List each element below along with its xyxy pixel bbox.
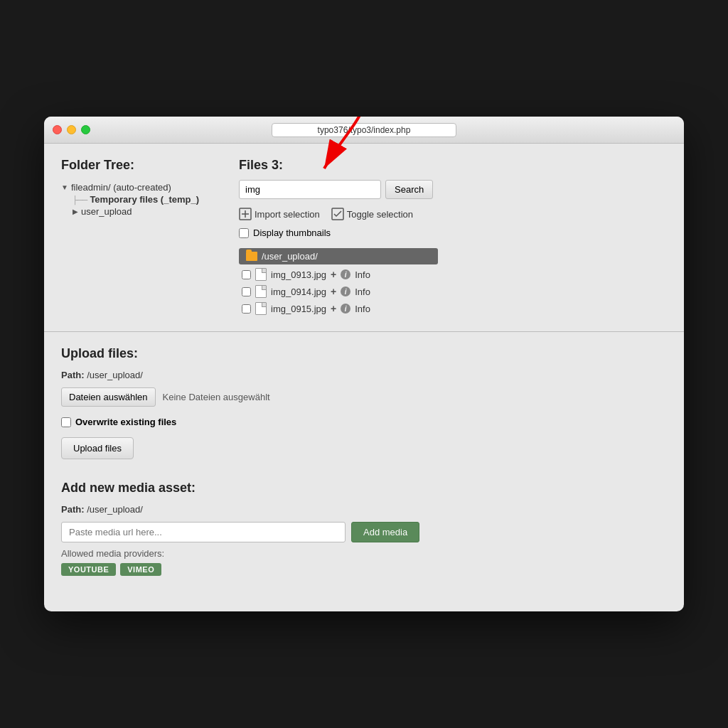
media-url-input[interactable] — [61, 522, 346, 542]
top-section: Folder Tree: ▼ fileadmin/ (auto-created)… — [44, 144, 684, 317]
file-info-link-1[interactable]: Info — [355, 269, 370, 280]
thumbnails-checkbox[interactable] — [239, 228, 249, 238]
media-url-row: Add media — [61, 522, 667, 542]
file-checkbox-1[interactable] — [242, 270, 251, 279]
search-row: Search — [239, 180, 667, 199]
app-window: typo376/typo3/index.php Folder Tree: ▼ f… — [44, 117, 684, 611]
file-folder-header[interactable]: /user_upload/ — [239, 248, 438, 264]
toggle-selection-label: Toggle selection — [347, 209, 413, 220]
upload-section: Upload files: Path: /user_upload/ Dateie… — [61, 346, 667, 459]
file-name-3: img_0915.jpg — [271, 304, 326, 314]
overwrite-checkbox[interactable] — [61, 417, 71, 427]
import-selection-label: Import selection — [255, 209, 320, 220]
upload-label: user_upload — [81, 206, 132, 217]
main-content: Upload files: Path: /user_upload/ Dateie… — [44, 332, 684, 611]
folder-icon — [246, 252, 257, 261]
allowed-providers-label: Allowed media providers: — [61, 548, 667, 559]
titlebar: typo376/typo3/index.php — [44, 117, 684, 144]
vimeo-badge: VIMEO — [120, 563, 161, 576]
media-path-line: Path: /user_upload/ — [61, 504, 667, 515]
media-path-value: /user_upload/ — [87, 504, 143, 515]
folder-tree-panel: Folder Tree: ▼ fileadmin/ (auto-created)… — [61, 158, 218, 317]
folder-temp[interactable]: ├── Temporary files (_temp_) — [61, 193, 218, 205]
file-name-2: img_0914.jpg — [271, 287, 326, 297]
file-icon-3 — [255, 302, 267, 315]
traffic-lights — [53, 125, 90, 134]
thumbnails-row: Display thumbnails — [239, 228, 667, 238]
file-plus-2[interactable]: + — [331, 286, 336, 297]
action-row: Import selection Toggle selection — [239, 208, 667, 220]
file-checkbox-3[interactable] — [242, 304, 251, 314]
close-button[interactable] — [53, 125, 62, 134]
file-plus-3[interactable]: + — [331, 303, 336, 314]
minimize-button[interactable] — [67, 125, 76, 134]
file-list: /user_upload/ img_0913.jpg + i Info img_… — [239, 248, 667, 317]
file-choose-row: Dateien auswählen Keine Dateien ausgewäh… — [61, 387, 667, 407]
file-plus-1[interactable]: + — [331, 269, 336, 280]
import-selection-button[interactable]: Import selection — [239, 208, 320, 220]
upload-button[interactable]: Upload files — [61, 437, 134, 459]
upload-path-label: Path: — [61, 370, 85, 380]
file-icon-1 — [255, 268, 267, 281]
folder-userupload[interactable]: ▶ user_upload — [61, 205, 218, 218]
file-info-icon-3[interactable]: i — [341, 304, 350, 314]
file-info-icon-2[interactable]: i — [341, 287, 350, 296]
url-bar[interactable]: typo376/typo3/index.php — [272, 123, 456, 137]
folder-root[interactable]: ▼ fileadmin/ (auto-created) — [61, 181, 218, 193]
search-button[interactable]: Search — [385, 180, 433, 199]
no-file-label: Keine Dateien ausgewählt — [163, 392, 270, 402]
toggle-selection-button[interactable]: Toggle selection — [331, 208, 413, 220]
file-icon-2 — [255, 285, 267, 298]
root-label: fileadmin/ (auto-created) — [71, 182, 171, 193]
overwrite-label: Overwrite existing files — [75, 417, 176, 427]
upload-title: Upload files: — [61, 346, 667, 361]
files-panel: Files 3: Search — [239, 158, 667, 317]
import-icon — [239, 208, 252, 220]
file-info-link-2[interactable]: Info — [355, 287, 370, 297]
folder-path-label: /user_upload/ — [262, 251, 318, 262]
temp-label: Temporary files (_temp_) — [90, 194, 199, 205]
triangle-icon-2: ▶ — [73, 208, 78, 215]
file-info-icon-1[interactable]: i — [341, 269, 350, 279]
file-info-link-3[interactable]: Info — [355, 304, 370, 314]
choose-files-button[interactable]: Dateien auswählen — [61, 387, 156, 407]
upload-path-line: Path: /user_upload/ — [61, 370, 667, 380]
file-checkbox-2[interactable] — [242, 287, 251, 296]
media-title: Add new media asset: — [61, 481, 667, 496]
maximize-button[interactable] — [81, 125, 90, 134]
tree-lines: ├── — [73, 196, 87, 204]
provider-badges: YOUTUBE VIMEO — [61, 563, 667, 576]
file-row-3: img_0915.jpg + i Info — [239, 300, 667, 317]
files-title: Files 3: — [239, 158, 667, 173]
search-input[interactable] — [239, 180, 381, 199]
media-path-label: Path: — [61, 504, 85, 515]
thumbnails-label: Display thumbnails — [253, 228, 331, 238]
file-name-1: img_0913.jpg — [271, 269, 326, 280]
toggle-icon — [331, 208, 344, 220]
youtube-badge: YOUTUBE — [61, 563, 116, 576]
overwrite-row: Overwrite existing files — [61, 417, 667, 427]
folder-tree-title: Folder Tree: — [61, 158, 218, 173]
triangle-icon: ▼ — [61, 183, 68, 191]
upload-path-value: /user_upload/ — [87, 370, 143, 380]
file-row-1: img_0913.jpg + i Info — [239, 266, 667, 283]
media-section: Add new media asset: Path: /user_upload/… — [61, 481, 667, 576]
file-row-2: img_0914.jpg + i Info — [239, 283, 667, 300]
folder-tree: ▼ fileadmin/ (auto-created) ├── Temporar… — [61, 181, 218, 218]
add-media-button[interactable]: Add media — [351, 522, 419, 542]
